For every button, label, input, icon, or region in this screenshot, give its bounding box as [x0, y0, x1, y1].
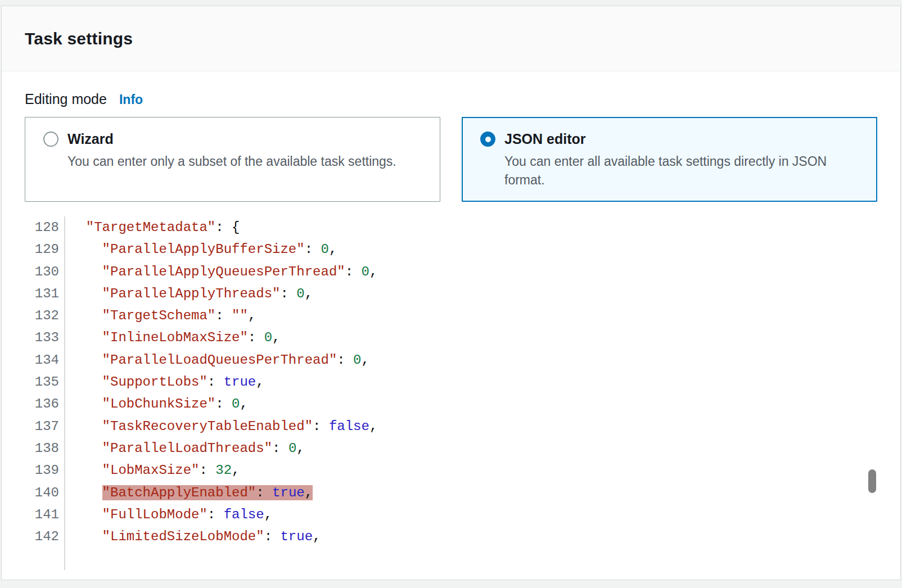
tile-json-editor-head: JSON editor: [480, 131, 860, 147]
code-line-empty: [25, 548, 877, 569]
code-text: "ParallelLoadThreads": 0,: [65, 437, 305, 459]
code-line[interactable]: 129 "ParallelApplyBufferSize": 0,: [25, 238, 877, 260]
line-number: [25, 548, 65, 569]
code-text: "ParallelApplyBufferSize": 0,: [65, 238, 337, 260]
line-number: 129: [25, 238, 65, 260]
line-number: 139: [25, 459, 65, 481]
code-line[interactable]: 133 "InlineLobMaxSize": 0,: [25, 327, 877, 349]
line-number: 134: [25, 349, 65, 371]
wizard-label: Wizard: [67, 131, 114, 147]
line-number: 142: [25, 526, 65, 548]
editing-mode-label: Editing mode: [25, 91, 107, 107]
code-text: "LimitedSizeLobMode": true,: [65, 526, 321, 548]
line-number: 128: [25, 216, 65, 238]
code-text: "TargetMetadata": {: [65, 216, 240, 238]
editor-scrollbar-thumb[interactable]: [868, 469, 876, 493]
wizard-radio[interactable]: [43, 132, 58, 147]
code-line[interactable]: 132 "TargetSchema": "",: [25, 305, 877, 327]
tile-wizard[interactable]: Wizard You can enter only a subset of th…: [25, 117, 440, 202]
code-text: "LobChunkSize": 0,: [65, 393, 248, 415]
task-settings-panel: Task settings Editing mode Info Wizard Y…: [1, 6, 901, 580]
code-text: "TaskRecoveryTableEnabled": false,: [65, 415, 377, 437]
code-line[interactable]: 135 "SupportLobs": true,: [25, 371, 877, 393]
code-text: "BatchApplyEnabled": true,: [65, 482, 313, 504]
code-line[interactable]: 128 "TargetMetadata": {: [25, 216, 877, 238]
line-number: 136: [25, 393, 65, 415]
code-line[interactable]: 139 "LobMaxSize": 32,: [25, 459, 877, 481]
code-line[interactable]: 140 "BatchApplyEnabled": true,: [25, 482, 877, 504]
json-editor-label: JSON editor: [504, 131, 585, 147]
code-text: "ParallelApplyThreads": 0,: [65, 283, 313, 305]
line-number: 133: [25, 327, 65, 349]
line-number: 132: [25, 305, 65, 327]
json-code-editor[interactable]: 128 "TargetMetadata": {129 "ParallelAppl…: [25, 216, 877, 570]
radio-inner-dot: [485, 137, 491, 142]
code-text: "InlineLobMaxSize": 0,: [65, 327, 280, 349]
code-text: "ParallelLoadQueuesPerThread": 0,: [65, 349, 369, 371]
line-number: 138: [25, 437, 65, 459]
line-number: 130: [25, 261, 65, 283]
tile-json-editor[interactable]: JSON editor You can enter all available …: [462, 117, 877, 202]
code-line[interactable]: 134 "ParallelLoadQueuesPerThread": 0,: [25, 349, 877, 371]
json-editor-description: You can enter all available task setting…: [504, 152, 853, 189]
code-line[interactable]: 137 "TaskRecoveryTableEnabled": false,: [25, 415, 877, 437]
code-line[interactable]: 131 "ParallelApplyThreads": 0,: [25, 283, 877, 305]
panel-header: Task settings: [2, 6, 900, 71]
editing-mode-tiles: Wizard You can enter only a subset of th…: [25, 117, 877, 202]
panel-body: Editing mode Info Wizard You can enter o…: [2, 91, 900, 570]
info-link[interactable]: Info: [119, 92, 143, 107]
code-line[interactable]: 142 "LimitedSizeLobMode": true,: [25, 526, 877, 548]
line-number: 137: [25, 415, 65, 437]
code-line[interactable]: 141 "FullLobMode": false,: [25, 504, 877, 526]
code-text: "TargetSchema": "",: [65, 305, 256, 327]
json-editor-radio[interactable]: [480, 132, 495, 147]
code-text: "LobMaxSize": 32,: [65, 459, 240, 481]
wizard-description: You can enter only a subset of the avail…: [67, 152, 416, 171]
line-number: 135: [25, 371, 65, 393]
code-text: "FullLobMode": false,: [65, 504, 272, 526]
code-text: "SupportLobs": true,: [65, 371, 264, 393]
code-text: "ParallelApplyQueuesPerThread": 0,: [65, 261, 377, 283]
editing-mode-row: Editing mode Info: [25, 91, 877, 110]
line-number: 140: [25, 482, 65, 504]
code-line[interactable]: 130 "ParallelApplyQueuesPerThread": 0,: [25, 261, 877, 283]
highlighted-code: "BatchApplyEnabled": true,: [102, 485, 313, 500]
tile-wizard-head: Wizard: [43, 131, 423, 147]
line-number: 141: [25, 504, 65, 526]
code-line[interactable]: 138 "ParallelLoadThreads": 0,: [25, 437, 877, 459]
page-title: Task settings: [25, 29, 133, 48]
line-number: 131: [25, 283, 65, 305]
code-line[interactable]: 136 "LobChunkSize": 0,: [25, 393, 877, 415]
